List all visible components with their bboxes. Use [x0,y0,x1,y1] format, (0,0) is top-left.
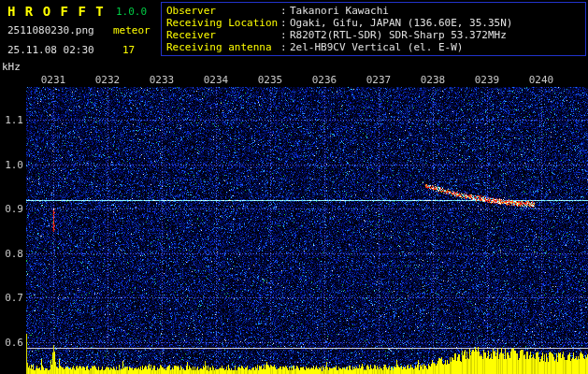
time-tick-label: 0232 [93,74,122,86]
echo-count: 17 [122,44,135,56]
time-tick-label: 0231 [39,74,67,86]
info-row-receiver: Receiver : R820T2(RTL-SDR) SDR-Sharp 53.… [166,29,581,41]
spectrogram-canvas [0,0,588,374]
freq-tick-label: 1.0 [1,159,23,171]
freq-tick-label: 0.9 [1,203,23,215]
info-row-observer: Observer : Takanori Kawachi [166,5,581,17]
time-axis: 0231023202330234023502360237023802390240 [0,74,588,85]
time-tick-label: 0235 [256,74,284,86]
time-tick-label: 0237 [365,74,393,86]
info-label-receiver: Receiver [166,29,280,41]
info-value-location: Ogaki, Gifu, JAPAN (136.60E, 35.35N) [290,17,512,29]
app-version: 1.0.0 [116,6,147,18]
info-value-observer: Takanori Kawachi [290,5,389,17]
info-label-location: Receiving Location [166,17,280,29]
info-value-receiver: R820T2(RTL-SDR) SDR-Sharp 53.372MHz [290,29,507,41]
time-tick-label: 0233 [148,74,176,86]
freq-tick-label: 1.1 [1,114,23,126]
info-label-antenna: Receiving antenna [166,41,280,53]
freq-tick-label: 0.8 [1,248,23,260]
time-tick-label: 0238 [419,74,447,86]
time-tick-label: 0236 [310,74,338,86]
info-colon: : [280,29,290,41]
info-colon: : [280,5,290,17]
freq-tick-label: 0.6 [1,337,23,349]
freq-axis: 1.11.00.90.80.70.6 [0,0,26,374]
time-tick-label: 0234 [202,74,230,86]
mode-label: meteor [113,24,151,36]
info-value-antenna: 2el-HB9CV Vertical (el. E-W) [290,41,463,53]
info-label-observer: Observer [166,5,280,17]
time-tick-label: 0240 [527,74,555,86]
info-row-antenna: Receiving antenna : 2el-HB9CV Vertical (… [166,41,581,53]
info-colon: : [280,41,290,53]
station-info-panel: Observer : Takanori Kawachi Receiving Lo… [161,2,586,56]
time-tick-label: 0239 [473,74,501,86]
freq-tick-label: 0.7 [1,292,23,304]
hrofft-window: H R O F F T 1.0.0 2511080230.png meteor … [0,0,588,374]
info-row-location: Receiving Location : Ogaki, Gifu, JAPAN … [166,17,581,29]
info-colon: : [280,17,290,29]
